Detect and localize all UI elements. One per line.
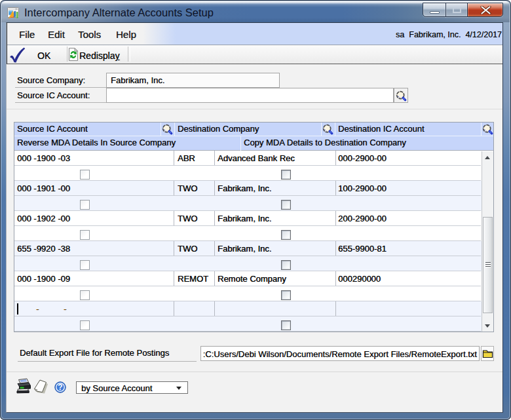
svg-text:?: ? (58, 383, 62, 392)
